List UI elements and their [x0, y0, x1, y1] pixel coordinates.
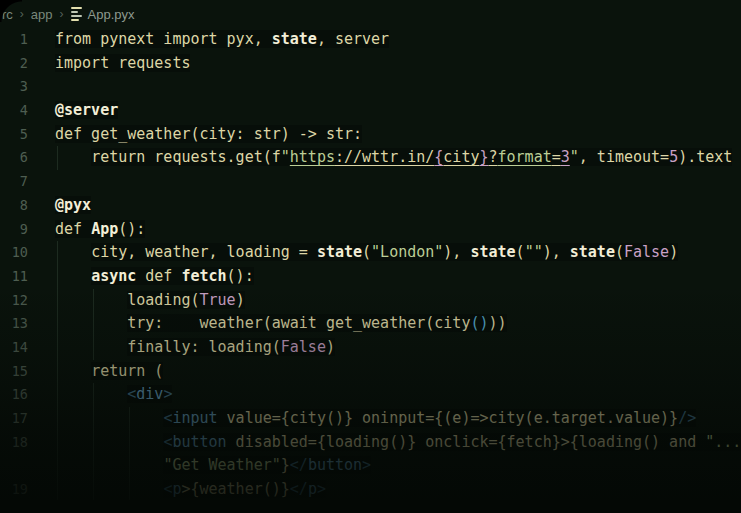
code-line-content: <div> — [55, 383, 172, 407]
code-line[interactable]: 13 try: weather(await get_weather(city()… — [0, 312, 741, 336]
code-token: False — [624, 243, 669, 261]
code-token: def get_weather(city: str) -> str: — [55, 125, 362, 143]
code-token: > — [163, 385, 172, 403]
chevron-right-icon: › — [20, 7, 24, 21]
code-line[interactable]: 17 <input value={city()} oninput={(e)=>c… — [0, 407, 741, 431]
code-line-content: loading(True) — [55, 289, 245, 313]
code-token: def — [136, 267, 181, 285]
code-token: return ( — [91, 362, 163, 380]
code-token: { — [434, 148, 443, 166]
indent-guide — [93, 431, 94, 455]
code-token: </ — [290, 456, 308, 474]
indent-guide — [57, 383, 58, 407]
code-line-content: import requests — [55, 52, 190, 76]
line-number: 1 — [0, 28, 40, 52]
code-line-content: city, weather, loading = state("London")… — [55, 241, 678, 265]
indent-guide — [57, 312, 58, 336]
indent-guide — [93, 289, 94, 313]
code-token: ? — [489, 148, 498, 166]
code-token: return requests.get(f — [91, 148, 281, 166]
indent-guide — [57, 241, 58, 265]
code-token: ( — [362, 243, 371, 261]
code-token: " — [281, 148, 290, 166]
code-line[interactable]: 1from pynext import pyx, state, server — [0, 28, 741, 52]
code-line[interactable]: 15 return ( — [0, 360, 741, 384]
indent-guide — [57, 454, 58, 478]
code-token: ) — [326, 338, 335, 356]
code-token: ) — [236, 291, 245, 309]
indent-guide — [129, 478, 130, 502]
code-token: state — [317, 243, 362, 261]
code-token: city — [443, 148, 479, 166]
line-number: 13 — [0, 312, 40, 336]
code-token: @pyx — [55, 196, 91, 214]
code-token: try: weather(await get_weather(city — [127, 314, 470, 332]
code-line[interactable]: 6 return requests.get(f"https://wttr.in/… — [0, 146, 741, 170]
code-line[interactable]: 10 city, weather, loading = state("Londo… — [0, 241, 741, 265]
code-token: < — [127, 385, 136, 403]
code-line[interactable]: 12 loading(True) — [0, 289, 741, 313]
bottom-bar — [0, 500, 741, 513]
indent-guide — [57, 289, 58, 313]
line-number: 18 — [0, 431, 40, 455]
line-number: 6 — [0, 146, 40, 170]
chevron-right-icon: › — [60, 7, 64, 21]
code-token: ), — [443, 243, 470, 261]
code-line-content: try: weather(await get_weather(city())) — [55, 312, 507, 336]
indent-guide — [93, 383, 94, 407]
code-token: input — [172, 409, 217, 427]
code-token: = — [552, 148, 561, 166]
code-token: )) — [488, 314, 506, 332]
code-line[interactable]: "Get Weather"}</button> — [0, 454, 741, 478]
code-editor[interactable]: 1from pynext import pyx, state, server2i… — [0, 28, 741, 502]
code-line[interactable]: 16 <div> — [0, 383, 741, 407]
code-token: ) — [669, 243, 678, 261]
line-number: 15 — [0, 360, 40, 384]
code-line[interactable]: 19 <p>{weather()}</p> — [0, 478, 741, 502]
code-token: from pynext import pyx, — [55, 30, 272, 48]
code-token: https — [290, 148, 335, 166]
code-line[interactable]: 4@server — [0, 99, 741, 123]
breadcrumb-item-app[interactable]: app — [31, 7, 53, 22]
line-number: 10 — [0, 241, 40, 265]
code-token: ), — [543, 243, 570, 261]
line-number: 3 — [0, 75, 40, 99]
code-token: state — [272, 30, 317, 48]
indent-guide — [129, 431, 130, 455]
code-token: def — [55, 220, 91, 238]
code-line[interactable]: 14 finally: loading(False) — [0, 336, 741, 360]
indent-guide — [93, 454, 94, 478]
code-line[interactable]: 18 <button disabled={loading()} onclick=… — [0, 431, 741, 455]
code-token: ).text — [678, 148, 732, 166]
line-number: 14 — [0, 336, 40, 360]
code-token: p — [308, 480, 317, 498]
code-token: city, weather, loading = — [91, 243, 317, 261]
code-line[interactable]: 2import requests — [0, 52, 741, 76]
code-line[interactable]: 3 — [0, 75, 741, 99]
code-line[interactable]: 8@pyx — [0, 194, 741, 218]
breadcrumb-item-file[interactable]: App.pyx — [88, 7, 135, 22]
code-token: value={city()} oninput={(e)=>city(e.targ… — [218, 409, 679, 427]
line-number: 4 — [0, 99, 40, 123]
code-line[interactable]: 11 async def fetch(): — [0, 265, 741, 289]
line-number: 19 — [0, 478, 40, 502]
code-line[interactable]: 7 — [0, 170, 741, 194]
code-line[interactable]: 5def get_weather(city: str) -> str: — [0, 123, 741, 147]
code-token: () — [470, 314, 488, 332]
code-line[interactable]: 9def App(): — [0, 218, 741, 242]
indent-guide — [129, 407, 130, 431]
code-token: ://wttr.in/ — [335, 148, 434, 166]
indent-guide — [93, 312, 94, 336]
line-number: 2 — [0, 52, 40, 76]
line-number: 11 — [0, 265, 40, 289]
code-token: "" — [525, 243, 543, 261]
code-token: async — [91, 267, 136, 285]
code-token: ( — [516, 243, 525, 261]
line-number: 17 — [0, 407, 40, 431]
code-line-content: @server — [55, 99, 118, 123]
code-line-content: "Get Weather"}</button> — [55, 454, 371, 478]
breadcrumb-item-src[interactable]: rc — [2, 7, 13, 22]
code-token: >{weather()} — [181, 480, 289, 498]
line-number: 12 — [0, 289, 40, 313]
line-number: 16 — [0, 383, 40, 407]
